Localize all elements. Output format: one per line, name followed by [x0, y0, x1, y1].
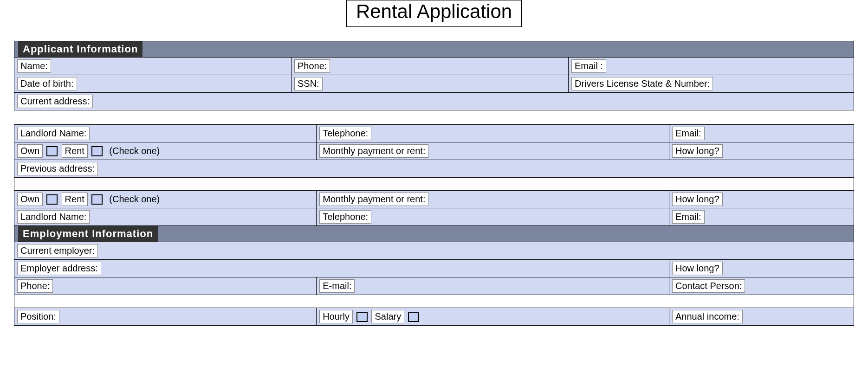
monthly-payment-label-2: Monthly payment or rent:: [319, 193, 428, 206]
dob-input[interactable]: [81, 78, 109, 90]
employment-header: Employment Information: [18, 226, 158, 242]
salary-checkbox[interactable]: [408, 312, 419, 322]
own-label: Own: [17, 144, 43, 158]
own-checkbox[interactable]: [46, 146, 58, 156]
name-label: Name:: [17, 59, 51, 73]
telephone-label-2: Telephone:: [319, 210, 371, 224]
how-long-input-2[interactable]: [726, 194, 754, 205]
employer-how-long-label: How long?: [672, 262, 723, 275]
email-input-2[interactable]: [708, 212, 736, 223]
how-long-label-2: How long?: [672, 193, 723, 206]
landlord-name-input-2[interactable]: [94, 212, 122, 223]
email-input[interactable]: [610, 61, 638, 72]
employer-phone-input[interactable]: [57, 281, 85, 292]
landlord-name-label-2: Landlord Name:: [17, 210, 90, 224]
monthly-payment-label: Monthly payment or rent:: [319, 144, 428, 158]
residence-section: Landlord Name: Telephone: Email: Own Ren…: [14, 124, 854, 326]
salary-label: Salary: [371, 310, 404, 323]
current-employer-label: Current employer:: [17, 244, 98, 257]
employer-address-input[interactable]: [105, 263, 133, 274]
monthly-payment-input[interactable]: [433, 146, 460, 157]
check-one-label-2: (Check one): [106, 193, 162, 206]
telephone-input-2[interactable]: [376, 212, 403, 223]
phone-input[interactable]: [334, 61, 362, 72]
landlord-name-label: Landlord Name:: [17, 127, 90, 140]
ssn-label: SSN:: [294, 77, 323, 90]
current-address-label: Current address:: [17, 95, 93, 108]
dl-input[interactable]: [717, 78, 745, 90]
contact-person-label: Contact Person:: [672, 279, 745, 293]
current-employer-input[interactable]: [102, 245, 130, 257]
monthly-payment-input-2[interactable]: [433, 194, 460, 205]
annual-income-label: Annual income:: [672, 310, 743, 323]
employer-address-label: Employer address:: [17, 262, 101, 275]
how-long-input[interactable]: [726, 146, 754, 157]
telephone-label: Telephone:: [319, 127, 371, 140]
telephone-input[interactable]: [376, 128, 403, 139]
hourly-checkbox[interactable]: [356, 312, 368, 322]
how-long-label: How long?: [672, 144, 723, 158]
phone-label: Phone:: [294, 59, 330, 73]
email-label-2: Email:: [672, 210, 705, 224]
rent-checkbox-2[interactable]: [91, 194, 103, 205]
ssn-input[interactable]: [326, 78, 354, 90]
employer-email-label: E-mail:: [319, 279, 355, 293]
email2-input[interactable]: [708, 128, 736, 139]
applicant-header: Applicant Information: [18, 41, 143, 57]
previous-address-input[interactable]: [102, 163, 130, 174]
own-checkbox-2[interactable]: [46, 194, 58, 205]
rent-label: Rent: [62, 144, 88, 158]
email-label: Email :: [571, 59, 606, 73]
page-title: Rental Application: [346, 0, 522, 27]
applicant-section: Applicant Information Name: Phone: Email…: [14, 41, 854, 110]
employer-email-input[interactable]: [359, 281, 387, 292]
contact-person-input[interactable]: [749, 281, 777, 292]
email2-label: Email:: [672, 127, 705, 140]
previous-address-label: Previous address:: [17, 162, 98, 175]
dl-label: Drivers License State & Number:: [571, 77, 713, 90]
annual-income-input[interactable]: [746, 311, 774, 322]
current-address-input[interactable]: [97, 96, 124, 107]
dob-label: Date of birth:: [17, 77, 77, 90]
position-input[interactable]: [63, 311, 91, 322]
position-label: Position:: [17, 310, 59, 323]
rent-checkbox[interactable]: [91, 146, 103, 156]
rent-label-2: Rent: [62, 193, 88, 206]
own-label-2: Own: [17, 193, 43, 206]
landlord-name-input[interactable]: [94, 128, 122, 139]
hourly-label: Hourly: [319, 310, 353, 323]
check-one-label: (Check one): [106, 145, 162, 157]
employer-phone-label: Phone:: [17, 279, 53, 293]
employer-how-long-input[interactable]: [726, 263, 754, 274]
name-input[interactable]: [55, 61, 83, 72]
